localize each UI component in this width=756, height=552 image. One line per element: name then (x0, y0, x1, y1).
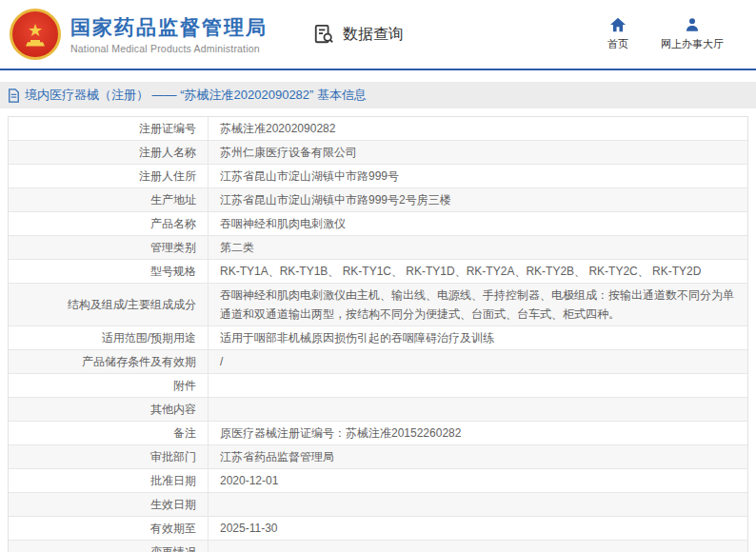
field-label: 有效期至 (9, 517, 209, 540)
table-row: 有效期至 2025-11-30 (9, 516, 747, 540)
field-value: 原医疗器械注册证编号：苏械注准20152260282 (209, 422, 747, 444)
table-row: 备注 原医疗器械注册证编号：苏械注准20152260282 (9, 421, 747, 444)
field-label: 型号规格 (9, 260, 209, 283)
table-row: 其他内容 (9, 397, 747, 421)
field-label: 注册证编号 (9, 117, 209, 140)
table-row: 审批部门 江苏省药品监督管理局 (9, 444, 747, 468)
table-row: 附件 (9, 373, 747, 397)
field-label: 适用范围/预期用途 (9, 326, 209, 349)
field-value (209, 493, 747, 516)
field-value (209, 541, 747, 552)
field-value: 江苏省药品监督管理局 (209, 445, 747, 468)
table-row: 产品储存条件及有效期 / (9, 349, 747, 373)
table-row: 产品名称 吞咽神经和肌肉电刺激仪 (9, 211, 747, 235)
site-subtitle: National Medical Products Administration (70, 43, 268, 54)
table-row: 结构及组成/主要组成成分 吞咽神经和肌肉电刺激仪由主机、输出线、电源线、手持控制… (9, 283, 747, 325)
page: ★ 国家药品监督管理局 National Medical Products Ad… (0, 0, 756, 552)
field-label: 生产地址 (9, 188, 209, 211)
nav-item-label: 首页 (607, 37, 628, 51)
doc-search-icon (313, 24, 334, 45)
site-logo: ★ 国家药品监督管理局 National Medical Products Ad… (10, 9, 268, 60)
registration-info-table: 注册证编号 苏械注准20202090282 注册人名称 苏州仁康医疗设备有限公司… (8, 116, 748, 552)
data-query-button[interactable]: 数据查询 (313, 24, 404, 45)
field-label: 备注 (9, 422, 209, 444)
field-value: 苏州仁康医疗设备有限公司 (209, 141, 747, 164)
field-label: 注册人住所 (9, 165, 209, 187)
field-value: 2025-11-30 (209, 517, 747, 540)
data-query-label: 数据查询 (343, 25, 404, 45)
table-row: 注册人名称 苏州仁康医疗设备有限公司 (9, 140, 747, 164)
field-value: 吞咽神经和肌肉电刺激仪由主机、输出线、电源线、手持控制器、电极组成：按输出通道数… (209, 284, 747, 325)
field-label: 其他内容 (9, 398, 209, 421)
field-label: 管理类别 (9, 236, 209, 259)
emblem-star-icon: ★ (28, 23, 43, 38)
field-value: 吞咽神经和肌肉电刺激仪 (209, 212, 747, 235)
page-title: 境内医疗器械（注册） —— “苏械注准20202090282” 基本信息 (25, 87, 367, 104)
field-value: 苏械注准20202090282 (209, 117, 747, 140)
user-icon (685, 17, 700, 37)
table-row: 变更情况 (9, 540, 747, 552)
field-label: 产品名称 (9, 212, 209, 235)
document-icon (8, 89, 25, 103)
national-emblem-icon: ★ (10, 9, 61, 60)
site-title: 国家药品监督管理局 (70, 15, 268, 40)
field-label: 生效日期 (9, 493, 209, 516)
table-row: 注册证编号 苏械注准20202090282 (9, 117, 747, 140)
site-header: ★ 国家药品监督管理局 National Medical Products Ad… (0, 0, 756, 69)
table-row: 管理类别 第二类 (9, 235, 747, 259)
field-label: 注册人名称 (9, 141, 209, 164)
field-value: 2020-12-01 (209, 469, 747, 492)
table-row: 注册人住所 江苏省昆山市淀山湖镇中市路999号 (9, 164, 747, 187)
emblem-gate-icon (26, 40, 45, 47)
field-label: 变更情况 (9, 541, 209, 552)
field-value: 适用于咽部非机械原因损伤引起的吞咽障碍治疗及训练 (209, 326, 747, 349)
nav-item-service-hall[interactable]: 网上办事大厅 (661, 17, 724, 51)
table-row: 适用范围/预期用途 适用于咽部非机械原因损伤引起的吞咽障碍治疗及训练 (9, 325, 747, 349)
field-label: 附件 (9, 374, 209, 397)
home-icon (609, 17, 627, 37)
nav-item-home[interactable]: 首页 (607, 17, 628, 51)
field-value: / (209, 350, 747, 373)
field-label: 结构及组成/主要组成成分 (9, 284, 209, 325)
field-label: 审批部门 (9, 445, 209, 468)
logo-text: 国家药品监督管理局 National Medical Products Admi… (70, 15, 268, 54)
field-value: 第二类 (209, 236, 747, 259)
field-value: RK-TY1A、RK-TY1B、 RK-TY1C、 RK-TY1D、RK-TY2… (209, 260, 747, 283)
table-row: 批准日期 2020-12-01 (9, 468, 747, 492)
table-row: 生产地址 江苏省昆山市淀山湖镇中市路999号2号房三楼 (9, 187, 747, 211)
table-row: 生效日期 (9, 492, 747, 516)
field-value (209, 398, 747, 421)
nav-item-label: 网上办事大厅 (661, 37, 724, 51)
breadcrumb: 境内医疗器械（注册） —— “苏械注准20202090282” 基本信息 (0, 82, 756, 108)
field-value (209, 374, 747, 397)
field-value: 江苏省昆山市淀山湖镇中市路999号 (209, 165, 747, 187)
field-label: 产品储存条件及有效期 (9, 350, 209, 373)
top-nav: 首页 网上办事大厅 (607, 17, 724, 51)
field-label: 批准日期 (9, 469, 209, 492)
field-value: 江苏省昆山市淀山湖镇中市路999号2号房三楼 (209, 188, 747, 211)
table-row: 型号规格 RK-TY1A、RK-TY1B、 RK-TY1C、 RK-TY1D、R… (9, 259, 747, 283)
